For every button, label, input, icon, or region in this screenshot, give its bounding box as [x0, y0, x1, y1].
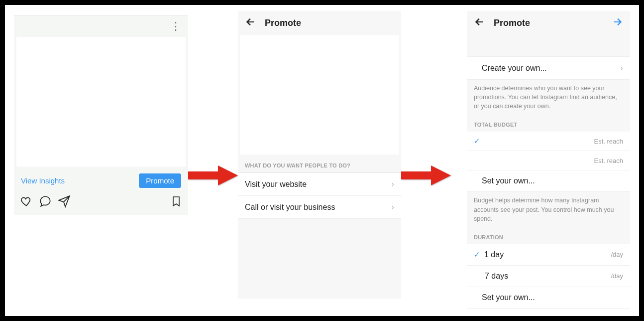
insights-bar: View Insights Promote	[14, 169, 188, 193]
appbar-title: Promote	[494, 18, 530, 28]
est-reach-label: Est. reach	[594, 138, 623, 145]
appbar: Promote	[238, 11, 401, 35]
appbar: Promote	[467, 11, 630, 35]
duration-set-own[interactable]: Set your own...	[467, 287, 630, 309]
check-icon: ✓	[474, 137, 480, 146]
chevron-right-icon: ›	[620, 63, 623, 73]
budget-set-own[interactable]: Set your own...	[467, 170, 630, 192]
flow-arrow-1	[188, 163, 238, 188]
post-image-placeholder	[16, 37, 186, 166]
flow-arrow-2	[401, 163, 451, 188]
audience-create-own[interactable]: Create your own... ›	[467, 57, 630, 80]
share-icon[interactable]	[58, 195, 71, 210]
heart-icon[interactable]	[20, 195, 33, 210]
svg-marker-1	[401, 165, 451, 185]
post-actions	[14, 193, 188, 215]
back-arrow-icon[interactable]	[245, 16, 256, 29]
left-action-group	[20, 195, 71, 210]
comment-icon[interactable]	[39, 195, 52, 210]
duration-section-label: DURATION	[467, 229, 630, 244]
bookmark-icon[interactable]	[170, 195, 182, 209]
tutorial-frame: ⋮ View Insights Promote	[0, 0, 644, 321]
budget-section-label: TOTAL BUDGET	[467, 117, 630, 132]
svg-marker-0	[188, 165, 238, 185]
budget-help-text: Budget helps determine how many Instagra…	[467, 192, 630, 229]
post-panel: ⋮ View Insights Promote	[14, 15, 188, 215]
duration-label: 1 day	[484, 250, 504, 259]
view-insights-link[interactable]: View Insights	[21, 176, 65, 185]
budget-option-1[interactable]: ✓ Est. reach	[467, 132, 630, 151]
audience-selected-row	[467, 35, 630, 57]
chevron-right-icon: ›	[391, 202, 394, 212]
appbar-title: Promote	[265, 18, 301, 28]
row-label: Set your own...	[482, 176, 535, 185]
duration-suffix: /day	[611, 272, 623, 280]
row-label: Create your own...	[482, 64, 547, 73]
duration-label: 7 days	[485, 272, 508, 281]
est-reach-label: Est. reach	[594, 157, 623, 164]
post-topbar: ⋮	[14, 15, 188, 37]
row-label: Set your own...	[482, 293, 535, 302]
next-arrow-icon[interactable]	[612, 16, 623, 29]
goal-option-visit-website[interactable]: Visit your website ›	[238, 173, 401, 196]
goal-option-label: Call or visit your business	[245, 203, 335, 212]
goal-section-label: WHAT DO YOU WANT PEOPLE TO DO?	[238, 158, 401, 173]
promote-button[interactable]: Promote	[139, 173, 181, 188]
goal-option-label: Visit your website	[245, 180, 307, 189]
promote-goal-panel: Promote WHAT DO YOU WANT PEOPLE TO DO? V…	[238, 11, 401, 299]
audience-help-text: Audience determines who you want to see …	[467, 80, 630, 117]
check-icon: ✓	[474, 250, 480, 259]
duration-option-1day[interactable]: ✓ 1 day /day	[467, 244, 630, 266]
promote-preview-placeholder	[240, 35, 399, 155]
duration-option-7days[interactable]: 7 days /day	[467, 266, 630, 287]
promote-settings-panel: Promote Create your own... › Audience de…	[467, 11, 630, 309]
back-arrow-icon[interactable]	[474, 16, 485, 29]
duration-suffix: /day	[611, 251, 623, 258]
budget-option-2[interactable]: ✓ Est. reach	[467, 151, 630, 170]
chevron-right-icon: ›	[391, 179, 394, 189]
goal-option-call-business[interactable]: Call or visit your business ›	[238, 196, 401, 219]
panel2-filler	[238, 219, 401, 299]
